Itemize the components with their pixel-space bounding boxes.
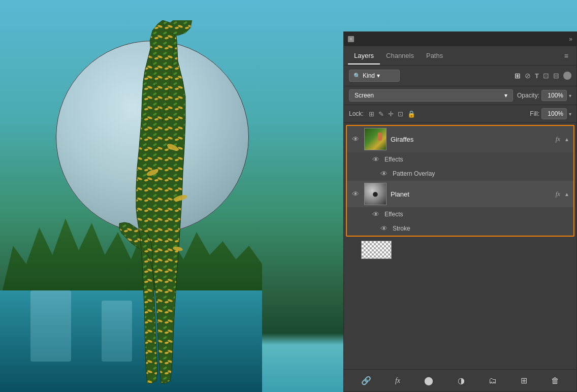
layer-name-planet: Planet: [391, 190, 552, 198]
fill-input[interactable]: 100%: [541, 108, 567, 119]
blend-mode-arrow: ▾: [504, 92, 507, 99]
stroke-label: Stroke: [393, 225, 410, 232]
filter-row: 🔍 Kind ▾ ⊞ ⊘ T ⊡ ⊟: [344, 66, 576, 86]
filter-text-icon[interactable]: T: [535, 72, 539, 80]
lock-label: Lock:: [349, 110, 364, 117]
new-layer-button[interactable]: ⊞: [518, 375, 530, 386]
lock-move-icon[interactable]: ✛: [388, 110, 394, 118]
tab-layers[interactable]: Layers: [348, 48, 380, 64]
panel-tabs: Layers Channels Paths ≡: [344, 46, 576, 66]
filter-lock-icon[interactable]: ⊟: [553, 72, 559, 80]
add-mask-button[interactable]: ⬤: [421, 375, 436, 386]
layer-thumb-bg: [361, 241, 392, 259]
giraffes-effects-label: Effects: [384, 156, 403, 163]
pattern-overlay-label: Pattern Overlay: [393, 170, 435, 177]
fx-badge-planet: fx: [556, 190, 560, 198]
selected-group: 👁 Giraffes fx ▲ 👁 Effects 👁 Pattern Over…: [346, 125, 574, 237]
collapse-button[interactable]: »: [569, 36, 572, 43]
tab-paths[interactable]: Paths: [420, 48, 449, 64]
close-button[interactable]: ×: [348, 36, 354, 42]
layer-row-planet[interactable]: 👁 Planet fx ▲: [347, 181, 573, 207]
search-icon: 🔍: [354, 73, 361, 79]
blend-mode-dropdown[interactable]: Screen ▾: [349, 89, 513, 102]
blend-mode-label: Screen: [355, 92, 374, 99]
panel-titlebar: × »: [344, 32, 576, 46]
opacity-label: Opacity:: [517, 92, 539, 99]
effect-row-planet-effects[interactable]: 👁 Effects: [347, 207, 573, 221]
filter-brush-icon[interactable]: ⊘: [525, 72, 531, 80]
layer-row-giraffes[interactable]: 👁 Giraffes fx ▲: [347, 126, 573, 152]
lock-icons: ⊞ ✎ ✛ ⊡ 🔒: [369, 110, 415, 118]
filter-icons: ⊞ ⊘ T ⊡ ⊟: [515, 72, 571, 80]
lock-brush-icon[interactable]: ✎: [378, 110, 384, 118]
visibility-giraffes-effects[interactable]: 👁: [371, 155, 380, 164]
opacity-input[interactable]: 100%: [541, 90, 567, 101]
new-group-button[interactable]: 🗂: [486, 375, 500, 386]
fill-chevron[interactable]: ▾: [569, 111, 571, 117]
kind-label: Kind: [363, 72, 375, 79]
effect-row-stroke[interactable]: 👁 Stroke: [347, 221, 573, 236]
fx-badge-giraffes: fx: [556, 135, 560, 143]
kind-dropdown[interactable]: 🔍 Kind ▾: [349, 70, 400, 82]
collapse-arrow-giraffes[interactable]: ▲: [564, 137, 569, 142]
kind-dropdown-arrow: ▾: [377, 72, 380, 79]
giraffe-svg: [91, 20, 234, 386]
effect-row-pattern-overlay[interactable]: 👁 Pattern Overlay: [347, 167, 573, 181]
opacity-control: Opacity: 100% ▾: [517, 90, 571, 101]
visibility-planet[interactable]: 👁: [351, 190, 360, 198]
lock-checkerboard-icon[interactable]: ⊞: [369, 110, 374, 118]
blend-mode-row: Screen ▾ Opacity: 100% ▾: [344, 86, 576, 105]
effect-row-giraffes-effects[interactable]: 👁 Effects: [347, 152, 573, 167]
waterfall-1: [30, 290, 71, 362]
tab-channels[interactable]: Channels: [380, 48, 420, 64]
delete-layer-button[interactable]: 🗑: [548, 375, 562, 386]
layer-row-bg[interactable]: [344, 239, 576, 261]
layers-list: 👁 Giraffes fx ▲ 👁 Effects 👁 Pattern Over…: [344, 123, 576, 369]
panel-menu-button[interactable]: ≡: [560, 50, 572, 62]
filter-transform-icon[interactable]: ⊡: [543, 72, 549, 80]
link-layers-button[interactable]: 🔗: [358, 375, 374, 386]
fill-label: Fill:: [530, 110, 539, 117]
filter-image-icon[interactable]: ⊞: [515, 72, 521, 80]
fill-control: Fill: 100% ▾: [530, 108, 571, 119]
collapse-arrow-planet[interactable]: ▲: [564, 191, 569, 197]
lock-icon[interactable]: 🔒: [407, 110, 415, 118]
add-effect-button[interactable]: fx: [392, 376, 403, 386]
panel-toolbar: 🔗 fx ⬤ ◑ 🗂 ⊞ 🗑: [344, 369, 576, 391]
layer-name-giraffes: Giraffes: [391, 136, 552, 143]
ps-panel: × » Layers Channels Paths ≡ 🔍 Kind ▾ ⊞ ⊘…: [343, 31, 577, 392]
filter-circle[interactable]: [563, 72, 571, 80]
adjustment-layer-button[interactable]: ◑: [455, 375, 468, 386]
layer-thumb-giraffes: [364, 128, 387, 150]
visibility-pattern-overlay[interactable]: 👁: [379, 170, 389, 178]
visibility-stroke[interactable]: 👁: [379, 224, 389, 233]
opacity-chevron[interactable]: ▾: [569, 93, 571, 99]
layer-thumb-planet: [364, 183, 387, 205]
visibility-giraffes[interactable]: 👁: [351, 135, 360, 143]
visibility-planet-effects[interactable]: 👁: [371, 210, 380, 218]
lock-transform-icon[interactable]: ⊡: [398, 110, 403, 118]
planet-effects-label: Effects: [384, 211, 403, 218]
lock-row: Lock: ⊞ ✎ ✛ ⊡ 🔒 Fill: 100% ▾: [344, 105, 576, 123]
